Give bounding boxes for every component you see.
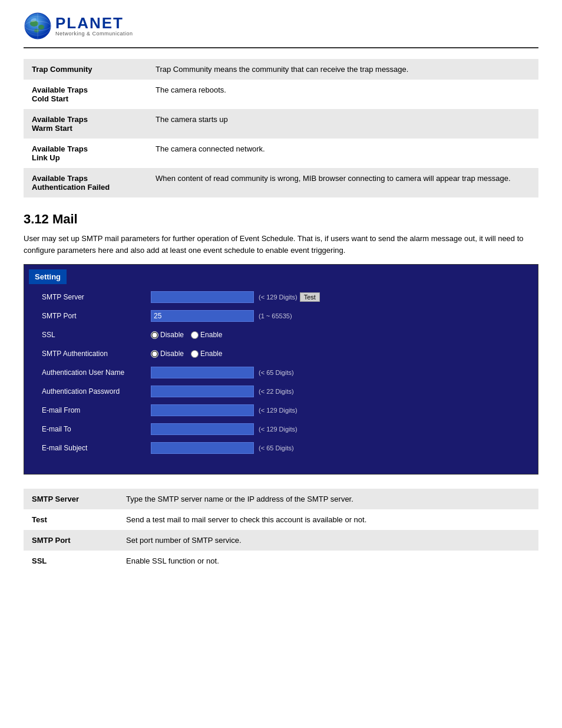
section-description: User may set up SMTP mail parameters for… xyxy=(24,233,538,256)
email-from-input[interactable] xyxy=(151,404,254,416)
table-row: Available Traps Warm Start The camera st… xyxy=(24,109,538,139)
section-heading: 3.12 Mail xyxy=(24,212,538,227)
smtp-port-desc-text: Set port number of SMTP service. xyxy=(118,530,538,551)
company-name: PLANET xyxy=(55,15,133,31)
smtp-port-label: SMTP Port xyxy=(42,312,151,320)
auth-username-hint: (< 65 Digits) xyxy=(259,369,294,376)
smtp-port-hint: (1 ~ 65535) xyxy=(259,312,292,319)
table-row: Available Traps Cold Start The camera re… xyxy=(24,80,538,109)
test-desc-text: Send a test mail to mail server to check… xyxy=(118,509,538,530)
auth-disable-radio[interactable] xyxy=(151,350,158,358)
trap-info-table: Trap Community Trap Community means the … xyxy=(24,59,538,197)
table-row: SSL Enable SSL function or not. xyxy=(24,551,538,571)
email-subject-input[interactable] xyxy=(151,442,254,454)
smtp-port-input[interactable] xyxy=(151,310,254,322)
ssl-row: SSL Disable Enable xyxy=(42,328,520,342)
ssl-enable-label: Enable xyxy=(200,331,222,339)
auth-password-hint: (< 22 Digits) xyxy=(259,388,294,395)
company-tagline: Networking & Communication xyxy=(55,31,133,37)
auth-password-row: Authentication Password (< 22 Digits) xyxy=(42,384,520,398)
table-row: Trap Community Trap Community means the … xyxy=(24,59,538,80)
email-from-hint: (< 129 Digits) xyxy=(259,407,297,414)
auth-enable-option[interactable]: Enable xyxy=(191,350,222,358)
table-row: SMTP Port Set port number of SMTP servic… xyxy=(24,530,538,551)
svg-point-2 xyxy=(38,25,44,29)
ssl-desc-text: Enable SSL function or not. xyxy=(118,551,538,571)
email-subject-row: E-mail Subject (< 65 Digits) xyxy=(42,441,520,455)
ssl-label: SSL xyxy=(42,331,151,339)
auth-username-label: Authentication User Name xyxy=(42,368,151,377)
smtp-server-desc-text: Type the SMTP server name or the IP addr… xyxy=(118,489,538,509)
settings-panel: Setting SMTP Server (< 129 Digits) Test … xyxy=(24,264,538,475)
smtp-port-desc-label: SMTP Port xyxy=(24,530,118,551)
ssl-disable-radio[interactable] xyxy=(151,331,158,339)
auth-disable-option[interactable]: Disable xyxy=(151,350,184,358)
globe-icon xyxy=(24,12,52,40)
ssl-enable-option[interactable]: Enable xyxy=(191,331,222,339)
warm-start-desc: The camera starts up xyxy=(147,109,538,139)
settings-form: SMTP Server (< 129 Digits) Test SMTP Por… xyxy=(24,284,538,466)
email-to-input[interactable] xyxy=(151,423,254,435)
auth-password-label: Authentication Password xyxy=(42,387,151,396)
email-to-row: E-mail To (< 129 Digits) xyxy=(42,422,520,436)
email-from-row: E-mail From (< 129 Digits) xyxy=(42,403,520,417)
logo-area: PLANET Networking & Communication xyxy=(24,12,538,40)
smtp-auth-row: SMTP Authentication Disable Enable xyxy=(42,347,520,361)
available-traps-warm-label: Available Traps Warm Start xyxy=(24,109,147,139)
available-traps-cold-label: Available Traps Cold Start xyxy=(24,80,147,109)
link-up-desc: The camera connected network. xyxy=(147,139,538,168)
ssl-disable-label: Disable xyxy=(160,331,184,339)
email-subject-hint: (< 65 Digits) xyxy=(259,444,294,452)
available-traps-linkup-label: Available Traps Link Up xyxy=(24,139,147,168)
trap-community-desc: Trap Community means the community that … xyxy=(147,59,538,80)
ssl-disable-option[interactable]: Disable xyxy=(151,331,184,339)
auth-username-row: Authentication User Name (< 65 Digits) xyxy=(42,365,520,380)
email-from-label: E-mail From xyxy=(42,406,151,414)
smtp-server-label: SMTP Server xyxy=(42,293,151,301)
test-desc-label: Test xyxy=(24,509,118,530)
table-row: Test Send a test mail to mail server to … xyxy=(24,509,538,530)
available-traps-auth-label: Available Traps Authentication Failed xyxy=(24,168,147,197)
trap-community-label: Trap Community xyxy=(24,59,147,80)
email-to-label: E-mail To xyxy=(42,425,151,433)
table-row: Available Traps Authentication Failed Wh… xyxy=(24,168,538,197)
ssl-radio-group: Disable Enable xyxy=(151,331,222,339)
test-button[interactable]: Test xyxy=(300,292,320,302)
settings-panel-header: Setting xyxy=(29,269,67,284)
table-row: SMTP Server Type the SMTP server name or… xyxy=(24,489,538,509)
header-divider xyxy=(24,47,538,48)
auth-disable-label: Disable xyxy=(160,350,184,358)
table-row: Available Traps Link Up The camera conne… xyxy=(24,139,538,168)
auth-enable-radio[interactable] xyxy=(191,350,199,358)
smtp-server-input[interactable] xyxy=(151,291,254,303)
desc-table: SMTP Server Type the SMTP server name or… xyxy=(24,489,538,571)
planet-text: PLANET Networking & Communication xyxy=(55,15,133,37)
smtp-server-desc-label: SMTP Server xyxy=(24,489,118,509)
auth-enable-label: Enable xyxy=(200,350,222,358)
smtp-auth-radio-group: Disable Enable xyxy=(151,350,222,358)
email-to-hint: (< 129 Digits) xyxy=(259,426,297,433)
ssl-desc-label: SSL xyxy=(24,551,118,571)
auth-password-input[interactable] xyxy=(151,386,254,397)
ssl-enable-radio[interactable] xyxy=(191,331,199,339)
smtp-server-hint: (< 129 Digits) xyxy=(259,294,297,301)
smtp-server-row: SMTP Server (< 129 Digits) Test xyxy=(42,290,520,304)
planet-logo: PLANET Networking & Communication xyxy=(24,12,133,40)
smtp-auth-label: SMTP Authentication xyxy=(42,350,151,358)
smtp-port-row: SMTP Port (1 ~ 65535) xyxy=(42,309,520,323)
auth-failed-desc: When content of read community is wrong,… xyxy=(147,168,538,197)
auth-username-input[interactable] xyxy=(151,367,254,378)
cold-start-desc: The camera reboots. xyxy=(147,80,538,109)
page-wrapper: PLANET Networking & Communication Trap C… xyxy=(0,0,562,589)
email-subject-label: E-mail Subject xyxy=(42,444,151,452)
